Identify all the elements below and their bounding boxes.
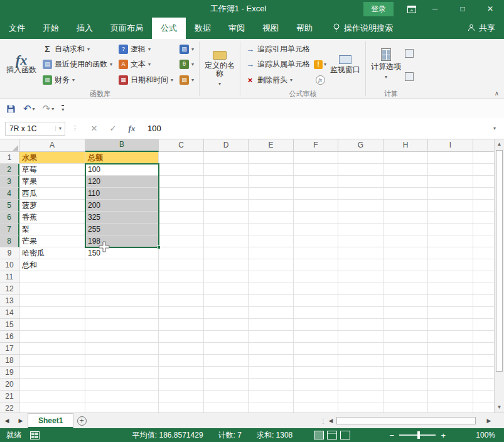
cell-overflow-row16[interactable]: [473, 331, 494, 343]
error-checking-button[interactable]: ! ▾: [314, 58, 326, 71]
cell-C14[interactable]: [159, 307, 204, 319]
cell-H12[interactable]: [383, 283, 428, 295]
cell-I4[interactable]: [428, 188, 473, 200]
expand-formula-bar-icon[interactable]: ▾: [489, 126, 500, 131]
column-header-B[interactable]: B: [85, 139, 159, 152]
cell-B14[interactable]: [85, 307, 159, 319]
cell-overflow-row22[interactable]: [473, 402, 494, 412]
cell-G17[interactable]: [338, 343, 383, 355]
cell-overflow-row2[interactable]: [473, 164, 494, 176]
cell-B7[interactable]: 255: [85, 224, 159, 235]
select-all-button[interactable]: [0, 139, 19, 152]
row-header-17[interactable]: 17: [0, 343, 19, 355]
cell-H14[interactable]: [383, 307, 428, 319]
cell-G21[interactable]: [338, 391, 383, 402]
cell-A20[interactable]: [19, 379, 85, 391]
cell-I21[interactable]: [428, 391, 473, 402]
sheet-tab-sheet1[interactable]: Sheet1: [28, 413, 73, 428]
cell-D17[interactable]: [204, 343, 249, 355]
cell-A22[interactable]: [19, 402, 85, 412]
column-header-H[interactable]: H: [383, 139, 428, 152]
zoom-slider-thumb[interactable]: [417, 431, 420, 439]
enter-entry-button[interactable]: ✓: [104, 124, 122, 133]
page-layout-view-button[interactable]: [327, 431, 337, 439]
cell-A14[interactable]: [19, 307, 85, 319]
cell-H22[interactable]: [383, 402, 428, 412]
cell-E15[interactable]: [249, 319, 294, 331]
vertical-scrollbar[interactable]: ▲ ▼: [494, 139, 504, 412]
cell-D10[interactable]: [204, 259, 249, 271]
tab-file[interactable]: 文件: [0, 18, 34, 39]
cell-F16[interactable]: [294, 331, 338, 343]
cell-overflow-row11[interactable]: [473, 271, 494, 283]
cell-F13[interactable]: [294, 295, 338, 307]
next-sheet-button[interactable]: ▶: [14, 413, 28, 428]
cell-D2[interactable]: [204, 164, 249, 176]
cell-E5[interactable]: [249, 200, 294, 212]
cell-B13[interactable]: [85, 295, 159, 307]
cell-F5[interactable]: [294, 200, 338, 212]
cell-A15[interactable]: [19, 319, 85, 331]
zoom-slider[interactable]: [399, 434, 436, 436]
cell-G16[interactable]: [338, 331, 383, 343]
cell-overflow-row9[interactable]: [473, 247, 494, 259]
cell-E20[interactable]: [249, 379, 294, 391]
cell-I12[interactable]: [428, 283, 473, 295]
cell-overflow-row4[interactable]: [473, 188, 494, 200]
column-header-E[interactable]: E: [249, 139, 294, 152]
cell-E12[interactable]: [249, 283, 294, 295]
cell-B22[interactable]: [85, 402, 159, 412]
cell-E21[interactable]: [249, 391, 294, 402]
cell-E13[interactable]: [249, 295, 294, 307]
cell-H17[interactable]: [383, 343, 428, 355]
cell-B2[interactable]: 100: [85, 164, 159, 176]
undo-button[interactable]: ↶▾: [23, 103, 35, 114]
cell-I5[interactable]: [428, 200, 473, 212]
cell-I20[interactable]: [428, 379, 473, 391]
cell-F1[interactable]: [294, 152, 338, 164]
formula-bar-value[interactable]: 100: [141, 124, 489, 133]
cell-E4[interactable]: [249, 188, 294, 200]
cell-H15[interactable]: [383, 319, 428, 331]
cell-G14[interactable]: [338, 307, 383, 319]
cell-C15[interactable]: [159, 319, 204, 331]
cell-C9[interactable]: [159, 247, 204, 259]
cell-B21[interactable]: [85, 391, 159, 402]
cell-overflow-row6[interactable]: [473, 212, 494, 224]
cell-F7[interactable]: [294, 224, 338, 235]
cell-G11[interactable]: [338, 271, 383, 283]
cell-E6[interactable]: [249, 212, 294, 224]
cell-F4[interactable]: [294, 188, 338, 200]
cell-C11[interactable]: [159, 271, 204, 283]
watch-window-button[interactable]: 监视窗口: [327, 40, 363, 89]
vertical-scroll-thumb[interactable]: [496, 150, 503, 372]
cell-overflow-row7[interactable]: [473, 224, 494, 235]
cell-A1[interactable]: 水果: [19, 152, 85, 164]
cell-F15[interactable]: [294, 319, 338, 331]
column-header-I[interactable]: I: [428, 139, 473, 152]
cell-A3[interactable]: 苹果: [19, 176, 85, 188]
cell-H1[interactable]: [383, 152, 428, 164]
evaluate-formula-button[interactable]: fx: [314, 74, 326, 87]
cell-H16[interactable]: [383, 331, 428, 343]
cell-overflow-row14[interactable]: [473, 307, 494, 319]
cell-G9[interactable]: [338, 247, 383, 259]
cell-B20[interactable]: [85, 379, 159, 391]
row-header-4[interactable]: 4: [0, 188, 19, 200]
date-time-button[interactable]: ▦ 日期和时间 ▾: [117, 73, 175, 87]
cell-C2[interactable]: [159, 164, 204, 176]
tab-insert[interactable]: 插入: [68, 18, 102, 39]
cell-E8[interactable]: [249, 235, 294, 247]
cell-C8[interactable]: [159, 235, 204, 247]
save-button[interactable]: [6, 104, 16, 114]
cell-H2[interactable]: [383, 164, 428, 176]
row-header-19[interactable]: 19: [0, 367, 19, 379]
row-header-16[interactable]: 16: [0, 331, 19, 343]
cell-overflow-row17[interactable]: [473, 343, 494, 355]
horizontal-scroll-thumb[interactable]: [336, 417, 476, 424]
minimize-button[interactable]: ─: [421, 0, 449, 18]
sign-in-button[interactable]: 登录: [363, 2, 394, 16]
row-header-2[interactable]: 2: [0, 164, 19, 176]
cell-H4[interactable]: [383, 188, 428, 200]
new-sheet-button[interactable]: +: [73, 413, 90, 428]
